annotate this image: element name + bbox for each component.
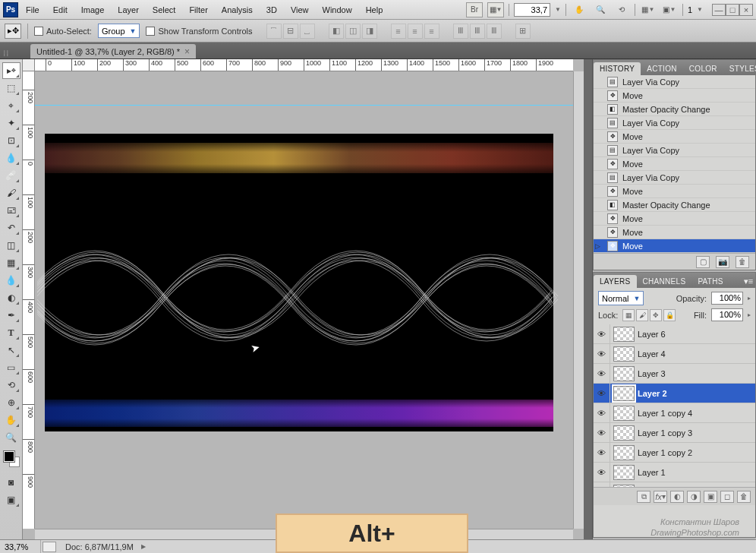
menu-analysis[interactable]: Analysis (216, 3, 259, 17)
quick-mask-toggle[interactable]: ◙ (2, 474, 20, 491)
layer-group-icon[interactable]: ▣ (704, 491, 717, 503)
layer-name-label[interactable]: Layer 1 copy 2 (638, 448, 692, 457)
layer-visibility-icon[interactable]: 👁 (594, 403, 610, 422)
history-item[interactable]: ▤Layer Via Copy (594, 171, 755, 185)
menu-edit[interactable]: Edit (47, 3, 74, 17)
dist-left-icon[interactable]: Ⅲ (453, 24, 468, 39)
history-delete-icon[interactable]: 🗑 (736, 256, 749, 268)
ruler-origin[interactable] (23, 59, 35, 71)
app-logo[interactable]: Ps (3, 2, 18, 17)
history-new-doc-icon[interactable]: ▢ (696, 256, 710, 268)
brush-tool[interactable]: 🖌 (2, 185, 20, 201)
opacity-field[interactable]: 100% (711, 292, 743, 305)
arrange-docs-icon[interactable]: ▦▼ (640, 2, 657, 17)
dodge-tool[interactable]: ◐ (2, 289, 20, 306)
opacity-flyout-icon[interactable]: ▸ (748, 295, 751, 302)
crop-tool[interactable]: ⊡ (2, 132, 20, 149)
align-right-icon[interactable]: ◨ (362, 24, 377, 39)
eyedropper-tool[interactable]: 💧 (2, 150, 20, 166)
guide-line[interactable] (35, 105, 573, 106)
screen-mode-toggle[interactable]: ▣ (2, 491, 20, 508)
menu-view[interactable]: View (285, 3, 315, 17)
layer-thumbnail[interactable] (613, 346, 635, 362)
tab-grip-icon[interactable]: ⁞⁞ (3, 49, 9, 58)
path-select-tool[interactable]: ↖ (2, 342, 20, 359)
history-item[interactable]: ◧Master Opacity Change (594, 198, 755, 212)
menu-help[interactable]: Help (360, 3, 389, 17)
new-layer-icon[interactable]: ◻ (720, 491, 734, 503)
history-item[interactable]: ✥Move (594, 157, 755, 171)
menu-window[interactable]: Window (317, 3, 358, 17)
layer-name-label[interactable]: Layer 2 (638, 389, 667, 398)
layer-name-label[interactable]: Layer 4 (638, 349, 666, 359)
bridge-button[interactable]: Br (466, 2, 483, 17)
layer-row[interactable]: 👁Layer 1 copy 4 (594, 403, 755, 423)
history-item[interactable]: ▤Layer Via Copy (594, 144, 755, 157)
3d-orbit-tool[interactable]: ⊕ (2, 394, 20, 411)
healing-brush-tool[interactable]: 🩹 (2, 167, 20, 184)
layer-name-label[interactable]: Layer 1 copy 4 (638, 409, 692, 418)
history-item[interactable]: ▤Layer Via Copy (594, 116, 755, 130)
zoom-level-field[interactable]: 33,7 (514, 3, 550, 17)
layer-style-icon[interactable]: fx▾ (654, 491, 667, 503)
menu-file[interactable]: File (20, 3, 46, 17)
layer-mask-icon[interactable]: ◐ (670, 491, 684, 503)
history-item[interactable]: ✥Move (594, 212, 755, 226)
align-vcenter-icon[interactable]: ⊟ (283, 24, 298, 39)
gradient-tool[interactable]: ▦ (2, 254, 20, 271)
layer-row[interactable]: 👁Layer 4 (594, 344, 755, 364)
delete-layer-icon[interactable]: 🗑 (737, 491, 751, 503)
tab-styles[interactable]: STYLES (723, 62, 756, 75)
tab-color[interactable]: COLOR (683, 62, 723, 75)
auto-align-icon[interactable]: ⊞ (515, 24, 531, 39)
dist-bottom-icon[interactable]: ≡ (424, 24, 439, 39)
menu-3d[interactable]: 3D (260, 3, 283, 17)
dist-top-icon[interactable]: ≡ (391, 24, 406, 39)
layer-thumbnail[interactable] (613, 327, 635, 342)
canvas[interactable]: ➤ (45, 134, 553, 431)
layer-row[interactable]: 👁Layer 1 copy 3 (594, 423, 755, 443)
status-flyout-icon[interactable]: ▶ (141, 543, 146, 550)
clone-stamp-tool[interactable]: 🖃 (2, 202, 20, 219)
marquee-tool[interactable]: ⬚ (2, 80, 20, 96)
type-tool[interactable]: T (2, 324, 20, 341)
align-hcenter-icon[interactable]: ◫ (345, 24, 361, 39)
history-item[interactable]: ✥Move (594, 89, 755, 103)
layer-thumbnail[interactable] (613, 465, 635, 480)
shape-tool[interactable]: ▭ (2, 359, 20, 376)
history-brush-tool[interactable]: ↶ (2, 220, 20, 236)
hand-tool[interactable]: ✋ (2, 412, 20, 428)
history-item[interactable]: ✥Move (594, 226, 755, 239)
move-tool[interactable]: ▸✥ (2, 62, 20, 79)
dist-right-icon[interactable]: Ⅲ (487, 24, 502, 39)
history-item[interactable]: ✥Move (594, 185, 755, 198)
rotate-view-icon[interactable]: ⟲ (613, 2, 630, 17)
layer-visibility-icon[interactable]: 👁 (594, 364, 610, 383)
history-item[interactable]: ▤Layer Via Copy (594, 75, 755, 89)
tab-close-icon[interactable]: × (184, 46, 190, 57)
maximize-button[interactable]: □ (726, 4, 739, 16)
horizontal-ruler[interactable]: 0100200300400500600700800900100011001200… (35, 59, 573, 71)
tab-channels[interactable]: CHANNELS (637, 275, 692, 288)
vertical-ruler[interactable]: 3002001000100200300400500600700800900 (23, 71, 35, 529)
status-doc-size[interactable]: Doc: 6,87M/11,9M (58, 542, 141, 551)
layer-row[interactable]: 👁Layer 3 (594, 364, 755, 384)
link-layers-icon[interactable]: ⧉ (637, 491, 650, 503)
lasso-tool[interactable]: ⌖ (2, 97, 20, 114)
screen-mode-icon[interactable]: ▣▼ (661, 2, 678, 17)
blend-mode-dropdown[interactable]: Normal▼ (598, 291, 644, 305)
3d-rotate-tool[interactable]: ⟲ (2, 377, 20, 393)
layer-thumbnail[interactable] (613, 366, 635, 381)
layer-visibility-icon[interactable]: 👁 (594, 324, 610, 343)
layer-visibility-icon[interactable]: 👁 (594, 344, 610, 363)
blur-tool[interactable]: 💧 (2, 272, 20, 289)
menu-filter[interactable]: Filter (183, 3, 213, 17)
history-item[interactable]: ✥Move (594, 130, 755, 144)
workspace-label[interactable]: 1 (688, 5, 692, 14)
layer-name-label[interactable]: Layer 1 copy 3 (638, 428, 692, 438)
status-zoom-field[interactable]: 33,7% (0, 540, 41, 554)
layer-name-label[interactable]: Layer 1 (638, 468, 666, 477)
layer-thumbnail[interactable] (613, 386, 635, 401)
tab-history[interactable]: HISTORY (594, 62, 641, 75)
zoom-tool-icon[interactable]: 🔍 (592, 2, 609, 17)
